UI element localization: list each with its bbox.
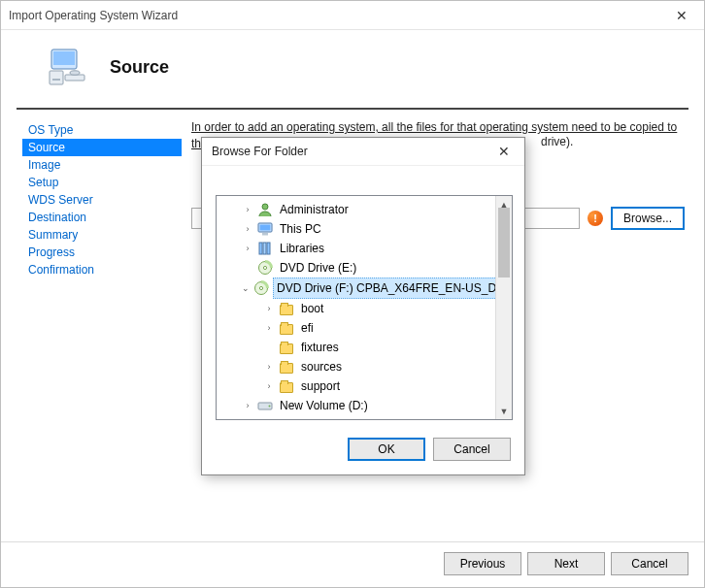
- next-button[interactable]: Next: [527, 552, 605, 575]
- svg-rect-12: [267, 243, 270, 254]
- tree-node-label: Libraries: [277, 239, 327, 258]
- disc-icon: [257, 260, 273, 276]
- folder-tree-container: ›Administrator›This PC›LibrariesDVD Driv…: [216, 195, 513, 420]
- warning-icon: !: [588, 211, 603, 226]
- wizard-steps: OS Type Source Image Setup WDS Server De…: [17, 110, 182, 541]
- tree-node-label: DVD Drive (E:): [277, 258, 359, 278]
- tree-node-label: This PC: [277, 219, 324, 239]
- previous-button[interactable]: Previous: [444, 552, 521, 575]
- step-image[interactable]: Image: [22, 156, 182, 174]
- titlebar: Import Operating System Wizard ✕: [1, 1, 704, 30]
- dialog-footer: OK Cancel: [202, 428, 524, 474]
- step-wds-server[interactable]: WDS Server: [22, 191, 182, 209]
- window-title: Import Operating System Wizard: [9, 9, 178, 22]
- scroll-down-icon[interactable]: ▼: [496, 403, 512, 419]
- dialog-title: Browse For Folder: [212, 145, 308, 158]
- tree-node[interactable]: DVD Drive (E:): [218, 258, 493, 278]
- step-progress[interactable]: Progress: [22, 244, 182, 261]
- cancel-button[interactable]: Cancel: [611, 552, 688, 575]
- chevron-down-icon[interactable]: ⌄: [242, 282, 250, 294]
- chevron-right-icon[interactable]: ›: [263, 322, 275, 334]
- svg-rect-11: [263, 243, 266, 254]
- svg-rect-9: [262, 233, 268, 236]
- step-os-type[interactable]: OS Type: [22, 121, 182, 139]
- tree-node[interactable]: ›sources: [218, 357, 493, 376]
- svg-point-18: [269, 406, 271, 408]
- folder-icon: [279, 378, 294, 394]
- svg-rect-3: [52, 79, 60, 81]
- tree-node[interactable]: ›boot: [218, 299, 493, 318]
- step-summary[interactable]: Summary: [22, 226, 182, 244]
- tree-node-label: boot: [298, 299, 326, 318]
- tree-node-label: fixtures: [298, 338, 342, 357]
- browse-button[interactable]: Browse...: [611, 207, 685, 230]
- browse-folder-dialog: Browse For Folder ✕ ›Administrator›This …: [201, 137, 525, 475]
- svg-rect-4: [65, 75, 84, 81]
- dialog-ok-button[interactable]: OK: [348, 438, 425, 461]
- dialog-body: ›Administrator›This PC›LibrariesDVD Driv…: [202, 166, 524, 428]
- svg-rect-8: [260, 225, 271, 231]
- tree-node-label: DVD Drive (F:) CPBA_X64FRE_EN-US_DV9: [273, 278, 495, 299]
- svg-rect-2: [50, 71, 63, 84]
- tree-node[interactable]: ›efi: [218, 318, 493, 338]
- tree-scrollbar[interactable]: ▲ ▼: [495, 196, 512, 419]
- chevron-right-icon[interactable]: ›: [242, 400, 253, 411]
- chevron-right-icon[interactable]: ›: [242, 243, 253, 254]
- chevron-right-icon: [242, 262, 253, 274]
- chevron-right-icon[interactable]: ›: [263, 380, 275, 392]
- svg-point-6: [262, 204, 268, 210]
- tree-node[interactable]: ›This PC: [218, 219, 493, 239]
- wizard-header: Source: [17, 30, 688, 110]
- window-close-button[interactable]: ✕: [659, 1, 704, 29]
- page-title: Source: [110, 57, 169, 78]
- svg-rect-10: [259, 243, 262, 254]
- drive-icon: [257, 398, 273, 413]
- dialog-cancel-button[interactable]: Cancel: [433, 438, 511, 461]
- tree-node-label: sources: [298, 357, 345, 376]
- user-icon: [257, 202, 273, 217]
- folder-icon: [279, 340, 294, 355]
- wizard-footer: Previous Next Cancel: [1, 541, 704, 587]
- dialog-close-button[interactable]: ✕: [484, 138, 524, 165]
- folder-tree[interactable]: ›Administrator›This PC›LibrariesDVD Driv…: [217, 196, 495, 419]
- computer-icon: [44, 44, 90, 90]
- pc-icon: [257, 221, 273, 237]
- svg-point-14: [263, 266, 266, 269]
- tree-node[interactable]: fixtures: [218, 338, 493, 357]
- step-setup[interactable]: Setup: [22, 174, 182, 191]
- tree-node-label: support: [298, 376, 343, 396]
- dialog-titlebar: Browse For Folder ✕: [202, 138, 524, 166]
- svg-rect-1: [53, 51, 75, 65]
- lib-icon: [257, 241, 273, 256]
- tree-node-label: New Volume (D:): [277, 396, 371, 415]
- svg-point-16: [259, 286, 262, 289]
- tree-node[interactable]: ›support: [218, 376, 493, 396]
- instruction-tail: drive).: [541, 135, 573, 148]
- step-destination[interactable]: Destination: [22, 209, 182, 226]
- tree-node-label: Administrator: [277, 200, 352, 219]
- step-confirmation[interactable]: Confirmation: [22, 261, 182, 278]
- scroll-thumb[interactable]: [498, 208, 510, 278]
- folder-icon: [279, 301, 294, 316]
- chevron-right-icon[interactable]: ›: [263, 361, 275, 373]
- step-source[interactable]: Source: [22, 139, 182, 156]
- folder-icon: [279, 320, 294, 336]
- tree-node-label: efi: [298, 318, 317, 338]
- svg-point-5: [70, 71, 80, 75]
- chevron-right-icon[interactable]: ›: [263, 303, 275, 314]
- tree-node[interactable]: ⌄DVD Drive (F:) CPBA_X64FRE_EN-US_DV9: [218, 278, 493, 299]
- tree-node[interactable]: ›New Volume (D:): [218, 396, 493, 415]
- chevron-right-icon[interactable]: ›: [242, 204, 253, 215]
- disc-icon: [253, 280, 269, 296]
- tree-node[interactable]: ›Administrator: [218, 200, 493, 219]
- chevron-right-icon: [263, 342, 275, 353]
- chevron-right-icon[interactable]: ›: [242, 223, 253, 235]
- tree-node[interactable]: ›Libraries: [218, 239, 493, 258]
- folder-icon: [279, 359, 294, 375]
